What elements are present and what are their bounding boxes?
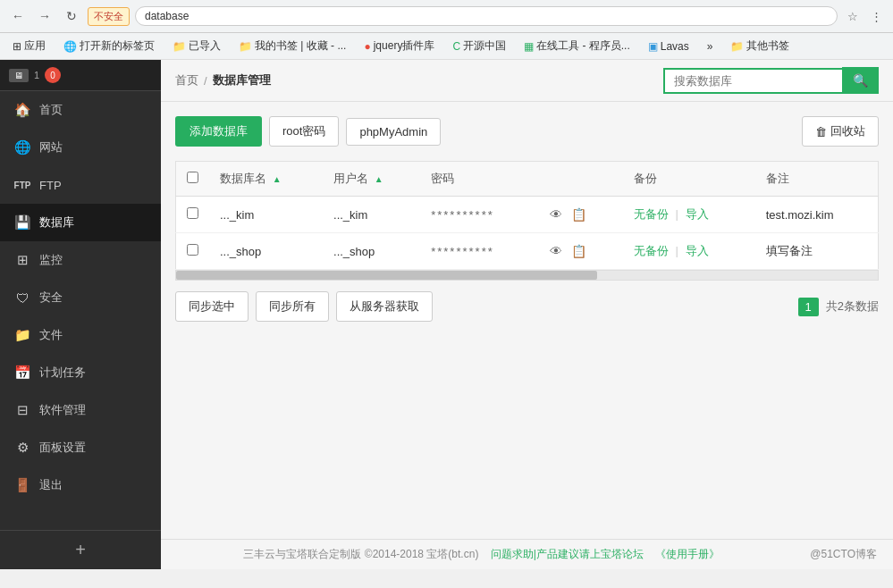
scrollbar-thumb [176, 271, 597, 280]
logout-icon: 🚪 [14, 477, 30, 493]
browser-chrome: ← → ↻ 不安全 ☆ ⋮ ⊞ 应用 🌐 打开新的标签页 📁 已导入 📁 我的书… [0, 0, 893, 60]
row2-no-backup-link[interactable]: 无备份 [634, 244, 669, 257]
page-number: 1 [798, 298, 819, 316]
imported-label: 已导入 [189, 38, 221, 54]
sidebar-item-home[interactable]: 🏠 首页 [0, 91, 161, 129]
dbname-sort-icon[interactable]: ▲ [273, 174, 282, 184]
row2-import-link[interactable]: 导入 [686, 244, 709, 257]
search-bar: 🔍 [663, 67, 879, 94]
forward-button[interactable]: → [34, 5, 55, 27]
fetch-server-button[interactable]: 从服务器获取 [336, 291, 433, 322]
row1-checkbox[interactable] [187, 207, 198, 219]
bookmark-more[interactable]: » [702, 38, 719, 55]
row2-checkbox[interactable] [187, 244, 198, 256]
tools-icon: ▦ [524, 40, 534, 53]
star-button[interactable]: ☆ [843, 6, 863, 26]
apps-label: 应用 [24, 38, 46, 54]
sidebar-item-security[interactable]: 🛡 安全 [0, 279, 161, 316]
folder-icon-3: 📁 [730, 40, 744, 53]
row1-backup: 无备份 | 导入 [623, 197, 755, 233]
sidebar-item-monitor[interactable]: ⊞ 监控 [0, 241, 161, 279]
recycle-button[interactable]: 🗑 回收站 [802, 116, 879, 147]
bookmarks-bar: ⊞ 应用 🌐 打开新的标签页 📁 已导入 📁 我的书签 | 收藏 - ... ●… [0, 33, 893, 60]
row2-copy-password-button[interactable]: 📋 [569, 242, 589, 260]
browser-toolbar: ← → ↻ 不安全 ☆ ⋮ [0, 0, 893, 33]
shield-icon: 🛡 [14, 290, 30, 306]
footer-help-link[interactable]: 问题求助|产品建议请上宝塔论坛 [491, 548, 644, 560]
bookmark-mybookmarks[interactable]: 📁 我的书签 | 收藏 - ... [233, 37, 351, 55]
notification-badge: 0 [45, 67, 61, 83]
header-password: 密码 [420, 162, 536, 197]
monitor-label: 监控 [39, 252, 63, 268]
sidebar-item-logout[interactable]: 🚪 退出 [0, 466, 161, 504]
search-input[interactable] [663, 68, 842, 94]
sidebar-item-settings[interactable]: ⚙ 面板设置 [0, 429, 161, 466]
sidebar-item-ftp[interactable]: FTP FTP [0, 166, 161, 204]
more-label: » [707, 40, 713, 53]
pagination: 1 共2条数据 [798, 298, 879, 316]
software-label: 软件管理 [39, 402, 86, 418]
bookmark-oschina[interactable]: C 开源中国 [447, 37, 511, 55]
row1-import-link[interactable]: 导入 [686, 207, 709, 221]
sync-selected-button[interactable]: 同步选中 [175, 291, 249, 322]
add-database-button[interactable]: 添加数据库 [175, 116, 262, 147]
row2-username: ..._shop [323, 233, 420, 270]
bottom-action-bar: 同步选中 同步所有 从服务器获取 1 共2条数据 [175, 291, 879, 322]
footer-watermark: @51CTO博客 [810, 547, 877, 562]
bookmark-apps[interactable]: ⊞ 应用 [7, 37, 51, 55]
sidebar-item-file[interactable]: 📁 文件 [0, 316, 161, 354]
lavas-icon: ▣ [648, 40, 658, 53]
content-area: 添加数据库 root密码 phpMyAdmin 🗑 回收站 [161, 102, 893, 539]
address-bar[interactable] [135, 6, 838, 26]
bookmark-imported[interactable]: 📁 已导入 [167, 37, 226, 55]
footer-manual-link[interactable]: 《使用手册》 [655, 548, 720, 560]
row2-view-password-button[interactable]: 👁 [547, 242, 565, 260]
menu-button[interactable]: ⋮ [866, 6, 886, 26]
gear-icon: ⚙ [14, 440, 30, 456]
others-label: 其他书签 [746, 38, 789, 54]
row1-copy-password-button[interactable]: 📋 [569, 206, 589, 223]
select-all-checkbox[interactable] [187, 172, 198, 183]
table-body: ..._kim ..._kim ********** 👁 📋 无备份 [176, 197, 879, 270]
row1-note: test.mozi.kim [755, 197, 879, 233]
security-label: 安全 [39, 290, 63, 306]
row2-checkbox-cell [176, 233, 210, 270]
home-label: 首页 [39, 102, 63, 118]
row1-dbname: ..._kim [209, 197, 323, 233]
header-dbname: 数据库名 ▲ [209, 162, 323, 197]
row1-view-password-button[interactable]: 👁 [547, 206, 565, 223]
row2-backup: 无备份 | 导入 [623, 233, 755, 270]
sidebar-item-site[interactable]: 🌐 网站 [0, 129, 161, 166]
username-label: 用户名 [333, 172, 368, 185]
add-button[interactable]: + [75, 540, 86, 560]
sync-all-button[interactable]: 同步所有 [256, 291, 329, 322]
sidebar-item-software[interactable]: ⊟ 软件管理 [0, 391, 161, 429]
mybookmarks-label: 我的书签 | 收藏 - ... [255, 38, 346, 54]
bookmark-jquery[interactable]: ● jquery插件库 [358, 37, 440, 55]
bookmark-tools[interactable]: ▦ 在线工具 - 程序员... [518, 37, 636, 55]
table-row: ..._kim ..._kim ********** 👁 📋 无备份 [176, 197, 879, 233]
refresh-button[interactable]: ↻ [61, 5, 82, 27]
breadcrumb-current: 数据库管理 [213, 72, 271, 88]
sidebar-item-task[interactable]: 📅 计划任务 [0, 354, 161, 391]
username-sort-icon[interactable]: ▲ [375, 174, 383, 184]
site-label: 网站 [39, 139, 63, 155]
bookmark-lavas[interactable]: ▣ Lavas [643, 38, 695, 55]
sidebar-logo: 🖥 1 0 [9, 67, 61, 83]
search-button[interactable]: 🔍 [842, 67, 879, 94]
row2-note: 填写备注 [755, 233, 879, 270]
row2-password-dots: ********** [431, 245, 494, 258]
action-bar: 添加数据库 root密码 phpMyAdmin 🗑 回收站 [175, 116, 879, 147]
root-password-button[interactable]: root密码 [269, 116, 339, 147]
phpmyadmin-button[interactable]: phpMyAdmin [346, 118, 441, 146]
bookmark-newtab[interactable]: 🌐 打开新的标签页 [58, 37, 160, 55]
row1-no-backup-link[interactable]: 无备份 [634, 207, 669, 221]
bookmark-others[interactable]: 📁 其他书签 [725, 37, 795, 55]
task-label: 计划任务 [39, 365, 86, 381]
file-icon: 📁 [14, 327, 30, 343]
app-container: 🖥 1 0 🏠 首页 🌐 网站 FTP FTP 💾 数据库 [0, 60, 893, 569]
back-button[interactable]: ← [7, 5, 29, 27]
breadcrumb-home[interactable]: 首页 [175, 72, 198, 88]
horizontal-scrollbar[interactable] [175, 270, 879, 281]
sidebar-item-database[interactable]: 💾 数据库 [0, 204, 161, 241]
